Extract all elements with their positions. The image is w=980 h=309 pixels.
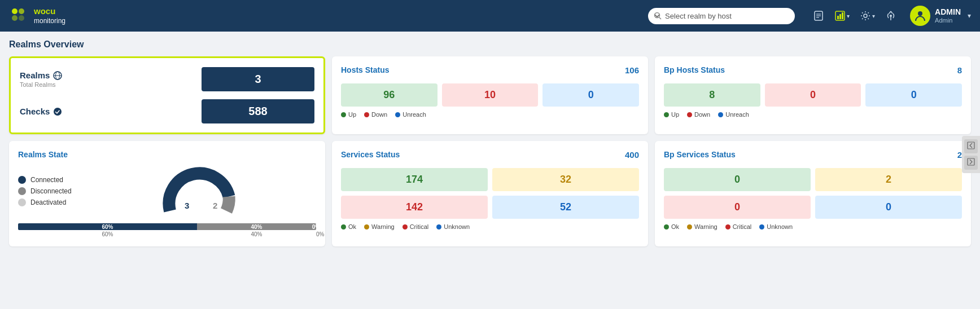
svg-rect-26 (968, 142, 974, 149)
connected-bar-segment: 60% (18, 223, 197, 230)
bp-services-legend: Ok Warning Critical Unknown (664, 223, 962, 230)
disconnected-dot (18, 187, 26, 195)
chart-button[interactable]: ▾ (832, 8, 852, 24)
svg-rect-27 (968, 158, 974, 165)
bp-services-status-header: Bp Services Status 2 (664, 150, 962, 161)
bp-hosts-status-total: 8 (957, 65, 962, 75)
realms-row: Realms Total Realms 3 (20, 67, 314, 91)
disconnected-bar-segment: 40% (197, 223, 316, 230)
connected-legend-item: Connected (18, 176, 72, 184)
header-icons: ▾ ▾ (811, 8, 899, 24)
bp-services-status-title: Bp Services Status (664, 150, 736, 159)
admin-area[interactable]: ADMIN Admin ▾ (910, 6, 971, 26)
services-unknown-box[interactable]: 52 (492, 196, 639, 219)
svg-text:3: 3 (185, 201, 189, 210)
bp-services-status-card: Bp Services Status 2 0 2 0 0 Ok Warning … (655, 141, 971, 246)
realms-value: 3 (202, 67, 314, 91)
realm-search-wrapper[interactable]: Select realm by host (648, 8, 795, 24)
bp-hosts-up-box[interactable]: 8 (664, 83, 760, 107)
bp-hosts-status-header: Bp Hosts Status 8 (664, 65, 962, 77)
bp-hosts-status-grid: 8 0 0 (664, 83, 962, 107)
bp-hosts-status-card: Bp Hosts Status 8 8 0 0 Up Down Unreach (655, 56, 971, 134)
donut-chart: 3 2 (159, 166, 238, 217)
bp-hosts-unreach-box[interactable]: 0 (865, 83, 962, 107)
svg-rect-12 (839, 14, 841, 19)
svg-point-2 (12, 15, 18, 21)
checks-label: Checks (20, 107, 62, 116)
svg-point-19 (918, 11, 922, 16)
hosts-unreach-box[interactable]: 0 (542, 83, 639, 107)
logo-text: wocu monitoring (34, 7, 65, 25)
checks-value: 588 (202, 99, 314, 123)
realms-card: Realms Total Realms 3 Checks (9, 56, 325, 134)
side-collapse-panel (962, 136, 980, 173)
settings-button[interactable]: ▾ (858, 8, 877, 24)
bp-services-warning-box[interactable]: 2 (815, 168, 962, 191)
hosts-status-total: 106 (625, 65, 639, 75)
realm-search-input[interactable]: Select realm by host (648, 8, 795, 24)
svg-line-18 (891, 11, 893, 14)
hosts-status-grid: 96 10 0 (341, 83, 639, 107)
bp-hosts-legend: Up Down Unreach (664, 111, 962, 118)
services-ok-box[interactable]: 174 (341, 168, 488, 191)
svg-line-5 (659, 17, 662, 20)
services-status-card: Services Status 400 174 32 142 52 Ok War… (332, 141, 648, 246)
main-grid: Realms Total Realms 3 Checks (9, 56, 971, 246)
deactivated-dot (18, 198, 26, 206)
services-warning-box[interactable]: 32 (492, 168, 639, 191)
state-bar-labels: 60% 40% 0% (18, 231, 316, 237)
svg-point-4 (655, 13, 660, 18)
admin-caret-icon: ▾ (968, 12, 971, 20)
services-legend: Ok Warning Critical Unknown (341, 223, 639, 230)
state-bar: 60% 40% 0% (18, 223, 316, 230)
realms-label: Realms (20, 70, 62, 80)
hosts-status-card: Hosts Status 106 96 10 0 Up Down Unreach (332, 56, 648, 134)
report-button[interactable] (811, 8, 826, 24)
checks-row: Checks 588 (20, 99, 314, 123)
main-header: wocu monitoring Select realm by host (0, 0, 980, 32)
services-status-grid: 174 32 142 52 (341, 168, 639, 219)
bp-services-critical-box[interactable]: 0 (664, 196, 811, 219)
svg-rect-13 (842, 12, 843, 19)
logo-icon (9, 6, 29, 26)
svg-rect-11 (837, 16, 839, 19)
admin-info: ADMIN Admin (935, 7, 961, 24)
svg-point-1 (19, 8, 24, 14)
bp-services-ok-box[interactable]: 0 (664, 168, 811, 191)
svg-point-0 (12, 8, 18, 14)
svg-point-23 (54, 108, 62, 116)
antenna-button[interactable] (883, 8, 899, 24)
services-status-total: 400 (625, 150, 639, 160)
settings-caret-icon: ▾ (872, 13, 875, 19)
search-icon (654, 12, 662, 20)
hosts-down-box[interactable]: 10 (442, 83, 539, 107)
bp-services-status-total: 2 (957, 150, 962, 160)
donut-chart-area: 3 2 (81, 166, 316, 217)
svg-point-3 (19, 15, 24, 21)
services-status-header: Services Status 400 (341, 150, 639, 161)
svg-text:2: 2 (213, 201, 217, 210)
bp-hosts-status-title: Bp Hosts Status (664, 65, 725, 74)
disconnected-legend-item: Disconnected (18, 187, 72, 195)
realms-sublabel: Total Realms (20, 81, 62, 88)
hosts-up-box[interactable]: 96 (341, 83, 438, 107)
side-collapse-btn-2[interactable] (964, 156, 978, 170)
check-circle-icon (53, 107, 62, 116)
realms-state-card: Realms State Connected Disconnected Deac… (9, 141, 325, 246)
state-legend: Connected Disconnected Deactivated (18, 176, 72, 206)
logo-area: wocu monitoring (9, 6, 99, 26)
services-critical-box[interactable]: 142 (341, 196, 488, 219)
bp-services-unknown-box[interactable]: 0 (815, 196, 962, 219)
chart-caret-icon: ▾ (847, 13, 850, 19)
hosts-status-title: Hosts Status (341, 65, 390, 74)
realms-state-title: Realms State (18, 150, 316, 159)
globe-icon (53, 71, 62, 80)
side-collapse-btn-1[interactable] (964, 139, 978, 153)
hosts-legend: Up Down Unreach (341, 111, 639, 118)
bp-hosts-down-box[interactable]: 0 (765, 83, 861, 107)
page-content: Realms Overview Realms Total Realms 3 (0, 32, 980, 254)
hosts-status-header: Hosts Status 106 (341, 65, 639, 77)
services-status-title: Services Status (341, 150, 400, 159)
state-content: Connected Disconnected Deactivated (18, 161, 316, 217)
page-title: Realms Overview (9, 39, 971, 50)
